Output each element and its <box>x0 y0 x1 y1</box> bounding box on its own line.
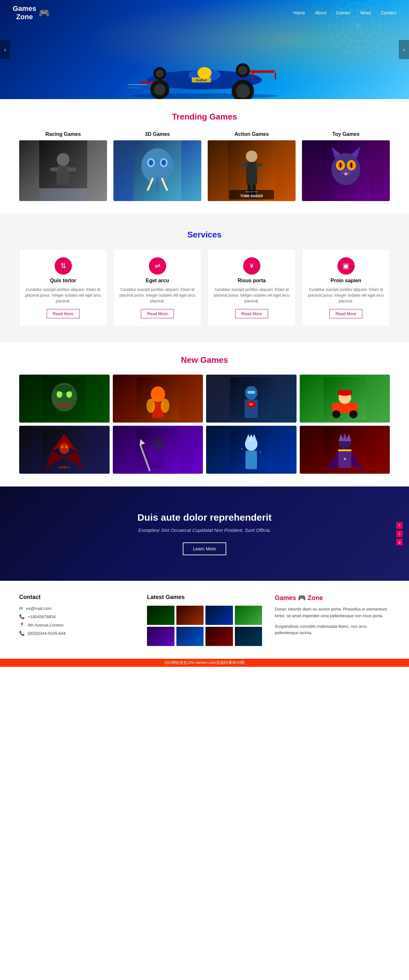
racing-games-title: Racing Games <box>45 131 81 137</box>
service-icon-3: ▣ <box>337 257 355 275</box>
logo[interactable]: Games Zone 🎮 <box>13 5 50 21</box>
toy-games-image[interactable] <box>302 140 390 201</box>
svg-point-24 <box>156 70 164 77</box>
new-game-image-0[interactable] <box>19 375 110 423</box>
latest-game-thumb-4[interactable] <box>147 627 175 646</box>
svg-text:TOMB RAIDER: TOMB RAIDER <box>240 194 263 198</box>
service-card-1: ⇌ Eget arcu Curabitur suscipit porttitor… <box>113 249 201 326</box>
svg-point-88 <box>332 410 340 418</box>
nav-news[interactable]: News <box>360 10 371 15</box>
footer-brand-title-part1: Games <box>275 594 296 601</box>
main-nav: Home About Games News Contact <box>293 10 396 15</box>
action-games-col: Action Games RISE OF THE TOMB RAIDER <box>208 131 296 201</box>
svg-point-75 <box>146 399 155 413</box>
nav-about[interactable]: About <box>315 10 326 15</box>
svg-rect-17 <box>249 70 275 73</box>
logo-line1: Games <box>13 5 36 13</box>
svg-point-76 <box>161 399 169 413</box>
new-games-section: New Games <box>0 342 409 487</box>
toy-games-title: Toy Games <box>332 131 360 137</box>
svg-point-22 <box>154 84 166 95</box>
footer-address-item: 📍 4th Avenue,London <box>19 622 134 627</box>
svg-point-46 <box>246 151 258 162</box>
service-card-2: ¥ Risus porta Curabitur suscipit porttit… <box>208 249 296 326</box>
location-icon: 📍 <box>19 622 25 627</box>
read-more-button-1[interactable]: Read More <box>141 309 173 318</box>
svg-point-95 <box>59 443 69 454</box>
nav-home[interactable]: Home <box>293 10 305 15</box>
latest-game-thumb-5[interactable] <box>177 627 204 646</box>
svg-point-26 <box>236 84 250 98</box>
svg-rect-19 <box>275 73 276 79</box>
footer-latest-games: Latest Games <box>147 594 262 646</box>
latest-game-thumb-7[interactable] <box>235 627 263 646</box>
service-name-3: Proin sapien <box>330 278 361 283</box>
phone2-icon: 📞 <box>19 631 25 636</box>
new-game-image-2[interactable]: N7 <box>206 375 296 423</box>
svg-point-43 <box>149 160 153 165</box>
social-icon-google[interactable]: g <box>396 539 403 545</box>
cta-subtitle: Excepteur Sint Occaecat Cupidatat Non Pr… <box>19 527 390 533</box>
svg-rect-120 <box>338 449 351 451</box>
phone-icon: 📞 <box>19 614 25 619</box>
nav-contact[interactable]: Contact <box>381 10 396 15</box>
service-name-2: Risus porta <box>237 278 266 283</box>
svg-rect-47 <box>247 162 257 185</box>
watermark-bar: 访问网站抓包.hhx.xianiao.com买源码/素材/UI图 <box>0 659 409 667</box>
footer-contact: Contact ✉ ex@mail.com 📞 +18045678834 📍 4… <box>19 594 134 646</box>
new-game-image-6[interactable]: * * * <box>206 426 296 474</box>
footer-address: 4th Avenue,London <box>28 623 64 627</box>
svg-rect-36 <box>51 167 59 171</box>
svg-rect-107 <box>245 451 257 469</box>
new-game-image-7[interactable]: ⭐ <box>300 426 390 474</box>
footer-email: ex@mail.com <box>26 606 51 611</box>
new-game-image-3[interactable]: MK <box>300 375 390 423</box>
3d-games-col: 3D Games <box>113 131 201 201</box>
svg-point-71 <box>56 385 73 392</box>
svg-point-70 <box>67 391 72 398</box>
footer-phone: +18045678834 <box>28 614 56 619</box>
svg-point-63 <box>340 163 342 168</box>
latest-game-thumb-1[interactable] <box>177 606 204 625</box>
action-games-image[interactable]: RISE OF THE TOMB RAIDER <box>208 140 296 201</box>
learn-more-button[interactable]: Learn More <box>183 542 226 555</box>
logo-line2: Zone <box>13 13 36 21</box>
service-desc-2: Curabitur suscipit porttitor aliquam. Et… <box>214 287 290 304</box>
cta-title: Duis aute dolor reprehenderit <box>19 512 390 523</box>
read-more-button-3[interactable]: Read More <box>329 309 362 318</box>
footer-brand-desc2: Suspendisse convallis malesuada libero, … <box>275 623 390 637</box>
latest-game-thumb-2[interactable] <box>205 606 233 625</box>
new-games-container: N7 <box>19 375 390 474</box>
service-name-0: Quis tortor <box>50 278 76 283</box>
read-more-button-2[interactable]: Read More <box>235 309 268 318</box>
svg-point-16 <box>197 67 212 79</box>
new-games-row1: N7 <box>19 375 390 423</box>
racing-games-image[interactable] <box>19 140 107 201</box>
side-social: f t g <box>396 522 403 545</box>
svg-text:RedBull: RedBull <box>196 79 207 82</box>
new-game-image-1[interactable] <box>113 375 203 423</box>
service-icon-0: ⇅ <box>55 257 72 275</box>
social-icon-twitter[interactable]: t <box>396 531 403 537</box>
svg-point-44 <box>162 160 166 165</box>
social-icon-facebook[interactable]: f <box>396 522 403 529</box>
cta-section: Duis aute dolor reprehenderit Excepteur … <box>0 487 409 581</box>
nav-games[interactable]: Games <box>336 10 350 15</box>
service-name-1: Eget arcu <box>146 278 169 283</box>
svg-point-96 <box>61 445 63 449</box>
latest-game-thumb-0[interactable] <box>147 606 175 625</box>
logo-icon: 🎮 <box>39 8 50 19</box>
svg-rect-49 <box>256 163 263 167</box>
3d-games-title: 3D Games <box>145 131 170 137</box>
latest-game-thumb-3[interactable] <box>235 606 263 625</box>
toy-games-col: Toy Games <box>302 131 390 201</box>
hero-prev-button[interactable]: ‹ <box>0 40 10 59</box>
hero-next-button[interactable]: › <box>399 40 409 59</box>
svg-text:MK: MK <box>343 400 347 403</box>
action-games-title: Action Games <box>234 131 269 137</box>
3d-games-image[interactable] <box>113 140 201 201</box>
read-more-button-0[interactable]: Read More <box>47 309 79 318</box>
latest-game-thumb-6[interactable] <box>205 627 233 646</box>
new-game-image-5[interactable] <box>113 426 203 474</box>
new-game-image-4[interactable]: DIABLO <box>19 426 110 474</box>
